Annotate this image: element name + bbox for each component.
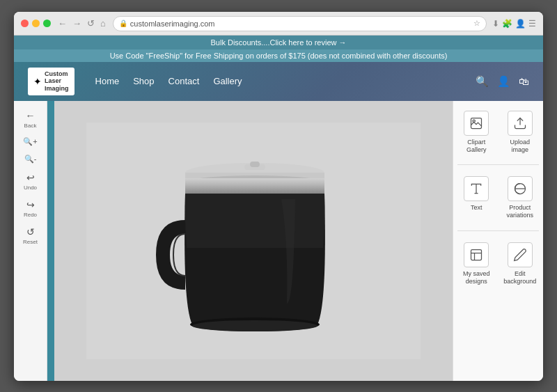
edit-background-icon <box>508 242 533 267</box>
promo-shipping-text: Use Code "FreeShip" for Free Shipping on… <box>110 52 448 60</box>
nav-contact[interactable]: Contact <box>168 76 200 86</box>
promo-banner-shipping: Use Code "FreeShip" for Free Shipping on… <box>14 49 543 62</box>
zoom-out-tool[interactable]: 🔍- <box>14 151 47 167</box>
svg-point-10 <box>473 120 475 122</box>
close-button[interactable] <box>21 19 29 27</box>
svg-rect-4 <box>185 178 324 194</box>
my-saved-designs-tool[interactable]: My saved designs <box>457 240 495 288</box>
browser-chrome: ← → ↺ ⌂ 🔒 customlaserimaging.com ☆ ⬇ 🧩 👤… <box>14 12 543 36</box>
zoom-in-icon: 🔍+ <box>23 137 37 146</box>
redo-icon: ↪ <box>26 199 35 210</box>
reset-label: Reset <box>23 239 38 245</box>
undo-tool[interactable]: ↩ Undo <box>14 168 47 194</box>
browser-actions: ⬇ 🧩 👤 ☰ <box>492 19 536 29</box>
search-icon[interactable]: 🔍 <box>476 75 489 88</box>
product-variations-tool[interactable]: Product variations <box>501 173 539 222</box>
profile-icon[interactable]: 👤 <box>515 19 526 29</box>
cart-icon[interactable]: 🛍 <box>519 75 529 87</box>
tools-row-3: My saved designs Edit background <box>457 240 539 288</box>
nav-gallery[interactable]: Gallery <box>213 76 242 86</box>
divider-2 <box>457 230 539 231</box>
header-icons: 🔍 👤 🛍 <box>476 75 529 88</box>
redo-tool[interactable]: ↪ Redo <box>14 196 47 221</box>
account-icon[interactable]: 👤 <box>497 75 510 88</box>
reset-icon: ↺ <box>26 226 35 237</box>
promo-banner-top[interactable]: Bulk Discounts....Click here to review → <box>14 36 543 49</box>
site-header: ✦ Custom Laser Imaging Home Shop Contact… <box>14 62 543 101</box>
site-nav: Home Shop Contact Gallery <box>95 76 242 86</box>
redo-label: Redo <box>24 212 37 218</box>
undo-icon: ↩ <box>26 172 35 183</box>
clipart-gallery-icon <box>464 111 489 136</box>
product-variations-label: Product variations <box>504 204 536 219</box>
address-bar[interactable]: 🔒 customlaserimaging.com ☆ <box>113 16 487 31</box>
editor-area: ← Back 🔍+ 🔍- ↩ Undo ↪ Redo ↺ <box>14 101 543 381</box>
menu-icon[interactable]: ☰ <box>528 19 536 29</box>
svg-rect-13 <box>471 250 482 260</box>
reload-button[interactable]: ↺ <box>86 18 96 29</box>
bookmark-icon[interactable]: ☆ <box>473 19 480 28</box>
svg-rect-8 <box>250 162 260 167</box>
lock-icon: 🔒 <box>119 19 127 27</box>
undo-label: Undo <box>24 185 37 191</box>
nav-buttons: ← → ↺ ⌂ <box>56 18 107 29</box>
zoom-in-tool[interactable]: 🔍+ <box>14 134 47 150</box>
svg-point-6 <box>192 320 317 331</box>
tools-row-2: Text Product variations <box>457 173 539 222</box>
divider-1 <box>457 164 539 165</box>
logo[interactable]: ✦ Custom Laser Imaging <box>28 68 74 95</box>
browser-window: ← → ↺ ⌂ 🔒 customlaserimaging.com ☆ ⬇ 🧩 👤… <box>14 12 543 381</box>
url-text: customlaserimaging.com <box>130 19 215 28</box>
left-sidebar: ← Back 🔍+ 🔍- ↩ Undo ↪ Redo ↺ <box>14 101 47 381</box>
text-icon <box>464 176 489 201</box>
back-nav-button[interactable]: ← <box>56 18 68 29</box>
tools-row-1: Clipart Gallery Upload image <box>457 108 539 157</box>
edit-background-label: Edit background <box>503 270 536 285</box>
back-icon: ← <box>26 110 36 121</box>
upload-image-tool[interactable]: Upload image <box>501 108 539 157</box>
zoom-out-icon: 🔍- <box>24 155 37 164</box>
logo-icon: ✦ <box>33 76 42 87</box>
clipart-gallery-label: Clipart Gallery <box>460 139 492 154</box>
extensions-icon[interactable]: 🧩 <box>502 19 512 29</box>
back-tool[interactable]: ← Back <box>14 107 47 132</box>
back-label: Back <box>24 123 37 129</box>
maximize-button[interactable] <box>43 19 51 27</box>
minimize-button[interactable] <box>32 19 40 27</box>
product-variations-icon <box>508 176 533 201</box>
product-image <box>86 123 421 359</box>
canvas-area[interactable] <box>54 101 453 381</box>
clipart-gallery-tool[interactable]: Clipart Gallery <box>457 108 495 157</box>
teal-accent-bar <box>47 101 54 381</box>
upload-image-icon <box>508 111 533 136</box>
traffic-lights <box>21 19 51 27</box>
mug-svg <box>142 136 365 345</box>
text-label: Text <box>471 204 483 212</box>
logo-text: Custom Laser Imaging <box>45 70 69 93</box>
edit-background-tool[interactable]: Edit background <box>501 240 539 288</box>
nav-shop[interactable]: Shop <box>133 76 154 86</box>
forward-nav-button[interactable]: → <box>71 18 83 29</box>
upload-image-label: Upload image <box>504 139 536 154</box>
my-saved-designs-label: My saved designs <box>460 270 492 285</box>
home-button[interactable]: ⌂ <box>99 18 107 29</box>
promo-top-text: Bulk Discounts....Click here to review → <box>210 38 346 47</box>
page-content: Bulk Discounts....Click here to review →… <box>14 36 543 381</box>
reset-tool[interactable]: ↺ Reset <box>14 223 47 249</box>
right-sidebar: Clipart Gallery Upload image <box>453 101 543 381</box>
text-tool[interactable]: Text <box>457 173 495 222</box>
downloads-icon[interactable]: ⬇ <box>492 19 499 29</box>
nav-home[interactable]: Home <box>95 76 120 86</box>
my-saved-designs-icon <box>464 242 489 267</box>
